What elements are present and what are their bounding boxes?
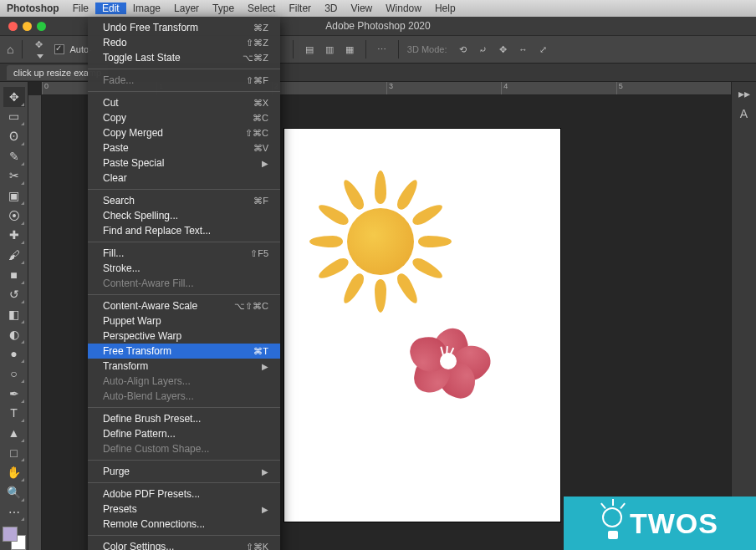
- menu-item-define-brush-preset[interactable]: Define Brush Preset...: [88, 411, 280, 426]
- frame-tool[interactable]: ▣: [3, 186, 25, 206]
- menubar-item-edit[interactable]: Edit: [95, 3, 126, 14]
- menu-item-copy-merged[interactable]: Copy Merged⇧⌘C: [88, 125, 280, 140]
- menu-item-label: Cut: [103, 97, 119, 109]
- minimize-window-button[interactable]: [23, 22, 32, 31]
- lasso-tool[interactable]: ʘ: [3, 126, 25, 146]
- foreground-color-swatch[interactable]: [3, 527, 18, 542]
- menu-item-label: Undo Free Transform: [103, 22, 198, 33]
- sun-ray-shape: [309, 236, 343, 247]
- menu-item-free-transform[interactable]: Free Transform⌘T: [88, 344, 280, 359]
- eraser-tool[interactable]: ◧: [3, 304, 25, 324]
- menu-item-find-and-replace-text[interactable]: Find and Replace Text...: [88, 223, 280, 238]
- menu-item-paste-special[interactable]: Paste Special▶: [88, 155, 280, 171]
- menu-item-undo-free-transform[interactable]: Undo Free Transform⌘Z: [88, 20, 280, 35]
- stamp-tool[interactable]: ■: [3, 265, 25, 285]
- blur-tool[interactable]: ●: [3, 344, 25, 364]
- menu-item-define-pattern[interactable]: Define Pattern...: [88, 426, 280, 441]
- home-icon[interactable]: ⌂: [7, 43, 13, 56]
- brush-tool[interactable]: 🖌: [3, 245, 25, 265]
- eyedropper-tool[interactable]: ⦿: [3, 206, 25, 226]
- menu-item-fill[interactable]: Fill...⇧F5: [88, 246, 280, 261]
- align-right-icon[interactable]: ▦: [342, 44, 357, 55]
- quick-select-tool[interactable]: ✎: [3, 146, 25, 166]
- menu-item-label: Free Transform: [103, 345, 171, 357]
- menubar-item-view[interactable]: View: [344, 3, 379, 14]
- menu-shortcut: ⌘F: [253, 196, 268, 206]
- watermark-text: TWOS: [630, 507, 718, 540]
- menu-item-label: Adobe PDF Presets...: [103, 488, 200, 500]
- menu-item-label: Search: [103, 195, 135, 206]
- menu-shortcut: ⌘X: [253, 98, 268, 109]
- sun-ray-shape: [394, 177, 421, 212]
- menu-item-redo[interactable]: Redo⇧⌘Z: [88, 35, 280, 50]
- 3d-pan-icon[interactable]: ✥: [495, 44, 510, 55]
- menu-item-perspective-warp[interactable]: Perspective Warp: [88, 328, 280, 344]
- type-tool[interactable]: T: [3, 404, 25, 424]
- menubar-item-3d[interactable]: 3D: [318, 3, 344, 14]
- menubar-item-select[interactable]: Select: [241, 3, 282, 14]
- menu-item-transform[interactable]: Transform▶: [88, 359, 280, 374]
- vertical-ruler: [28, 95, 42, 550]
- menu-item-copy[interactable]: Copy⌘C: [88, 110, 280, 125]
- rectangle-tool[interactable]: □: [3, 443, 25, 463]
- menu-item-fade: Fade...⇧⌘F: [88, 73, 280, 88]
- menu-item-label: Auto-Blend Layers...: [103, 390, 194, 402]
- menu-item-color-settings[interactable]: Color Settings...⇧⌘K: [88, 539, 280, 550]
- menu-item-label: Purge: [103, 466, 130, 477]
- menubar-item-type[interactable]: Type: [206, 3, 241, 14]
- expand-panel-icon[interactable]: ▸▸: [738, 87, 750, 100]
- pen-tool[interactable]: ✒: [3, 384, 25, 404]
- menubar-item-help[interactable]: Help: [428, 3, 462, 14]
- align-left-icon[interactable]: ▤: [302, 44, 317, 55]
- zoom-tool[interactable]: 🔍: [3, 482, 25, 502]
- menu-item-label: Find and Replace Text...: [103, 225, 211, 237]
- menu-item-clear[interactable]: Clear: [88, 171, 280, 186]
- move-tool[interactable]: ✥: [3, 87, 25, 107]
- 3d-roll-icon[interactable]: ⤾: [475, 44, 490, 55]
- menu-item-presets[interactable]: Presets▶: [88, 502, 280, 517]
- align-center-icon[interactable]: ▥: [322, 44, 337, 55]
- separator: [22, 40, 23, 59]
- gradient-tool[interactable]: ◐: [3, 324, 25, 344]
- 3d-orbit-icon[interactable]: ⟲: [455, 44, 470, 55]
- menu-separator: [88, 294, 280, 295]
- menu-item-stroke[interactable]: Stroke...: [88, 261, 280, 276]
- menubar-item-file[interactable]: File: [66, 3, 95, 14]
- color-swatches[interactable]: [3, 527, 26, 550]
- dodge-tool[interactable]: ○: [3, 364, 25, 384]
- menu-item-toggle-last-state[interactable]: Toggle Last State⌥⌘Z: [88, 50, 280, 65]
- menu-item-paste[interactable]: Paste⌘V: [88, 140, 280, 155]
- menu-item-content-aware-scale[interactable]: Content-Aware Scale⌥⇧⌘C: [88, 298, 280, 313]
- zoom-window-button[interactable]: [37, 22, 46, 31]
- document-canvas[interactable]: [284, 129, 560, 522]
- menubar-item-filter[interactable]: Filter: [282, 3, 318, 14]
- menu-item-adobe-pdf-presets[interactable]: Adobe PDF Presets...: [88, 486, 280, 502]
- 3d-slide-icon[interactable]: ↔: [515, 44, 530, 54]
- watermark-badge: TWOS: [564, 497, 756, 550]
- history-brush-tool[interactable]: ↺: [3, 285, 25, 305]
- menu-item-remote-connections[interactable]: Remote Connections...: [88, 517, 280, 532]
- auto-select-option[interactable]: Auto-: [54, 44, 91, 54]
- menu-item-purge[interactable]: Purge▶: [88, 464, 280, 479]
- glyphs-panel-icon[interactable]: A: [740, 107, 748, 120]
- marquee-tool[interactable]: ▭: [3, 107, 25, 127]
- close-window-button[interactable]: [8, 22, 18, 31]
- healing-tool[interactable]: ✚: [3, 226, 25, 246]
- path-select-tool[interactable]: ▲: [3, 423, 25, 443]
- menu-item-cut[interactable]: Cut⌘X: [88, 95, 280, 110]
- menubar-item-window[interactable]: Window: [379, 3, 428, 14]
- hand-tool[interactable]: ✋: [3, 462, 25, 482]
- crop-tool[interactable]: ✂: [3, 166, 25, 186]
- sun-ray-shape: [316, 255, 351, 282]
- menubar-item-image[interactable]: Image: [126, 3, 167, 14]
- menubar-item-layer[interactable]: Layer: [167, 3, 206, 14]
- app-name: Photoshop: [0, 3, 66, 14]
- checkbox-icon[interactable]: [54, 44, 64, 54]
- 3d-zoom-icon[interactable]: ⤢: [535, 44, 550, 55]
- menu-item-puppet-warp[interactable]: Puppet Warp: [88, 313, 280, 328]
- more-options-icon[interactable]: ⋯: [375, 44, 390, 55]
- move-tool-indicator-icon[interactable]: ✥: [31, 39, 46, 60]
- menu-item-check-spelling[interactable]: Check Spelling...: [88, 208, 280, 223]
- edit-toolbar[interactable]: ⋯: [3, 502, 25, 522]
- menu-item-search[interactable]: Search⌘F: [88, 193, 280, 208]
